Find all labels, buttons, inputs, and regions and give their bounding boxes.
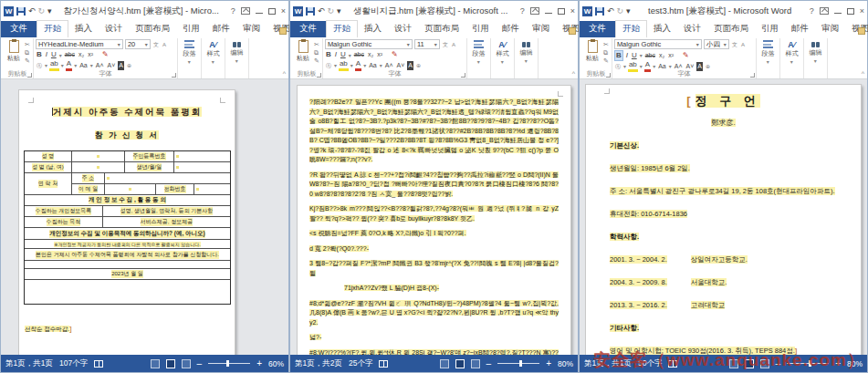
tab-design[interactable]: 设计 — [677, 21, 707, 37]
copy-button[interactable]: ⧉ — [314, 49, 319, 57]
document-page[interactable]: ?阳례??B2e?7 밀픈??Yc 團((m 묭?8을??327?~2 남>없?… — [297, 85, 571, 355]
phonetic-guide-button[interactable]: 文 — [442, 40, 449, 49]
clipboard-dialog-launcher[interactable] — [27, 73, 32, 78]
read-mode-button[interactable] — [440, 359, 449, 368]
editing-group[interactable]: 编辑 ▾ — [225, 38, 249, 78]
bold-button[interactable]: B — [325, 50, 332, 59]
tab-page-layout[interactable]: 页面布局 — [129, 21, 176, 37]
addin-tab-icon[interactable] — [279, 27, 287, 35]
tab-page-layout[interactable]: 页面布局 — [707, 21, 755, 37]
zoom-slider-thumb[interactable] — [519, 360, 522, 367]
zoom-out-button[interactable]: – — [197, 359, 203, 368]
tab-home[interactable]: 开始 — [37, 20, 68, 37]
styles-group[interactable]: A⁄ 样式 ▾ — [202, 38, 225, 78]
word-count[interactable]: 25个字 — [349, 358, 372, 369]
font-dialog-launcher[interactable] — [461, 73, 465, 78]
superscript-button[interactable]: x² — [376, 50, 383, 59]
styles-group[interactable]: A⁄ 样式 ▾ — [780, 38, 804, 78]
paragraph-group[interactable]: 段落 ▾ — [467, 38, 491, 78]
character-border-button[interactable]: A — [451, 40, 456, 49]
status-bar[interactable]: 第1页，共1页 107个字 – + 60% — [1, 355, 288, 372]
copy-button[interactable]: ⧉ — [25, 49, 30, 57]
strikethrough-button[interactable]: abc — [353, 50, 365, 59]
editing-group[interactable]: 编辑 ▾ — [804, 38, 828, 78]
tab-insert[interactable]: 插入 — [358, 21, 388, 37]
cut-button[interactable]: ✂ — [314, 41, 319, 48]
read-mode-button[interactable] — [151, 359, 160, 368]
zoom-out-button[interactable]: – — [486, 359, 492, 368]
tab-mailings[interactable]: 邮件 — [785, 21, 815, 37]
character-border-button[interactable]: A — [740, 40, 746, 49]
help-button[interactable]: ? — [231, 6, 235, 16]
underline-button[interactable]: U — [50, 50, 58, 59]
tab-review[interactable]: 审阅 — [526, 21, 556, 37]
bold-button[interactable]: B — [614, 50, 623, 61]
zoom-in-button[interactable]: + — [835, 359, 841, 368]
phonetic-guide-button[interactable]: 文 — [731, 40, 738, 49]
grow-font-button[interactable]: A˄ — [95, 61, 105, 70]
zoom-slider[interactable] — [787, 363, 829, 364]
zoom-slider[interactable] — [208, 363, 250, 364]
word-count[interactable]: 50个字 — [638, 358, 662, 369]
font-size-combo[interactable]: 20▾ — [125, 39, 151, 49]
format-painter-button[interactable]: ✎ — [603, 57, 609, 65]
tab-references[interactable]: 引用 — [176, 21, 206, 37]
tab-design[interactable]: 设计 — [99, 21, 129, 37]
subscript-button[interactable]: x₂ — [367, 50, 374, 59]
tab-insert[interactable]: 插入 — [647, 21, 677, 37]
font-size-combo[interactable]: 小四▾ — [704, 39, 729, 49]
proofing-icon[interactable] — [668, 360, 677, 368]
zoom-in-button[interactable]: + — [256, 359, 262, 368]
document-page[interactable]: [정 구 언 鄭求彦. 기본신상. 생년월일: 1985년 6월 2일. 주 소… — [585, 84, 862, 355]
title-bar[interactable]: W ↶ ↻ ▾ 참가신청서양식.htm [兼容模式] - Micro... ? … — [1, 1, 288, 21]
char-shading-button[interactable]: A — [407, 61, 413, 70]
tab-file[interactable]: 文件 — [580, 21, 615, 37]
zoom-percentage[interactable]: 80% — [847, 359, 863, 368]
addin-tab-icon[interactable] — [858, 27, 865, 35]
document-area[interactable]: 거제시 아주동 수제어묵 품평회 참 가 신 청 서 성 명 주민등록번호 성 … — [1, 79, 288, 355]
title-bar[interactable]: W ↶ ↻ ▾ test3.htm [兼容模式] - Microsoft Wor… — [580, 1, 867, 21]
collapse-ribbon-button[interactable]: ^ — [572, 70, 575, 77]
char-shading-button[interactable]: A — [118, 61, 124, 70]
restore-button[interactable] — [847, 8, 854, 15]
character-border-button[interactable]: A — [162, 40, 167, 49]
tab-insert[interactable]: 插入 — [68, 21, 99, 37]
zoom-slider-thumb[interactable] — [226, 360, 229, 367]
shrink-font-button[interactable]: A˅ — [107, 61, 117, 70]
zoom-in-button[interactable]: + — [546, 359, 551, 368]
font-dialog-launcher[interactable] — [750, 73, 755, 78]
ribbon-display-options-button[interactable] — [820, 7, 829, 15]
superscript-button[interactable]: x² — [667, 51, 675, 60]
close-button[interactable]: × — [860, 6, 864, 16]
styles-group[interactable]: A⁄ 样式 ▾ — [491, 38, 515, 78]
print-layout-button[interactable] — [455, 359, 465, 368]
document-area[interactable]: ?阳례??B2e?7 밀픈??Yc 團((m 묭?8을??327?~2 남>없?… — [290, 79, 578, 355]
tab-file[interactable]: 文件 — [290, 21, 326, 37]
font-name-combo[interactable]: HYHeadLine-Medium▾ — [36, 39, 123, 49]
paragraph-group[interactable]: 段落 ▾ — [757, 38, 780, 78]
ribbon-display-options-button[interactable] — [530, 7, 539, 15]
web-layout-button[interactable] — [471, 359, 480, 368]
zoom-out-button[interactable]: – — [776, 359, 781, 368]
qat-customize-button[interactable]: ▾ — [626, 6, 631, 16]
zoom-percentage[interactable]: 80% — [558, 359, 573, 368]
enclose-button[interactable]: ⊕ — [415, 61, 422, 70]
proofing-icon[interactable] — [94, 360, 103, 368]
page-indicator[interactable]: 第1页，共1页 — [584, 358, 632, 369]
enclosed-char-button[interactable]: Ⓐ — [325, 61, 332, 70]
italic-button[interactable]: I — [625, 51, 629, 60]
underline-button[interactable]: U — [631, 51, 638, 60]
web-layout-button[interactable] — [760, 359, 769, 368]
undo-button[interactable]: ↶ — [318, 6, 325, 16]
save-icon[interactable] — [595, 7, 604, 16]
tab-design[interactable]: 设计 — [388, 21, 418, 37]
save-icon[interactable] — [16, 7, 26, 16]
tab-mailings[interactable]: 邮件 — [496, 21, 526, 37]
format-pen-icon[interactable]: ✎ — [101, 50, 110, 59]
restore-button[interactable] — [268, 8, 276, 15]
undo-button[interactable]: ↶ — [28, 6, 36, 16]
redo-button[interactable]: ↻ — [328, 6, 335, 16]
minimize-button[interactable] — [256, 13, 263, 14]
font-dialog-launcher[interactable] — [172, 73, 176, 78]
zoom-slider[interactable] — [497, 363, 539, 364]
